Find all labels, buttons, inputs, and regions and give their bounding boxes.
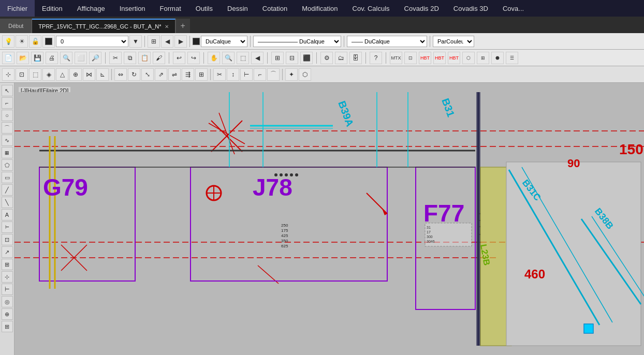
zoom-icon[interactable]: 🔍 xyxy=(222,52,235,64)
match-icon[interactable]: 🖌 xyxy=(153,52,165,64)
extend-icon[interactable]: ↕ xyxy=(227,68,239,81)
canvas-area[interactable]: [-][Haut][Filaire 2D] xyxy=(14,83,644,355)
polar-icon[interactable]: ◎ xyxy=(2,296,13,307)
snap-icon[interactable]: ⊞ xyxy=(2,259,13,270)
snap5-icon[interactable]: △ xyxy=(56,68,68,81)
osnap-icon[interactable]: ⊕ xyxy=(2,308,13,320)
rectangle-icon[interactable]: ▭ xyxy=(2,172,13,183)
color-select[interactable]: DuCalque xyxy=(201,36,247,47)
tab-add-button[interactable]: + xyxy=(175,19,190,33)
layer-select[interactable]: 0 xyxy=(56,36,128,47)
plot-icon[interactable]: ⬜ xyxy=(75,52,87,64)
dline-icon[interactable]: ╲ xyxy=(2,197,13,208)
offset-icon[interactable]: ⇶ xyxy=(182,68,194,81)
print-icon[interactable]: 🖨 xyxy=(46,52,58,64)
color-indicator[interactable] xyxy=(193,38,200,45)
cov-btn4[interactable]: HBT xyxy=(433,52,446,64)
prop-icon[interactable]: ⚙ xyxy=(320,52,333,64)
cut-icon[interactable]: ✂ xyxy=(109,52,122,64)
snap7-icon[interactable]: ⋈ xyxy=(83,68,95,81)
table2-icon[interactable]: ⊟ xyxy=(286,52,298,64)
lineweight-select[interactable]: —— DuCalque xyxy=(347,36,427,47)
save-icon[interactable]: 💾 xyxy=(31,52,43,64)
pan-icon[interactable]: ✋ xyxy=(208,52,220,64)
drawing-canvas[interactable]: G79 J78 F77 B39A B31 B31C B38B L23B 150 … xyxy=(14,83,644,355)
light-bulb-icon[interactable]: 💡 xyxy=(2,35,14,48)
cov-btn3[interactable]: HBT xyxy=(419,52,431,64)
ortho-icon[interactable]: ⊢ xyxy=(2,284,13,295)
design-center-icon[interactable]: 🗂 xyxy=(335,52,347,64)
lock-icon[interactable]: 🔓 xyxy=(29,35,41,48)
fillet-icon[interactable]: ⌒ xyxy=(267,68,280,81)
arc-icon[interactable]: ⌒ xyxy=(2,122,13,134)
otrack-icon[interactable]: ⊞ xyxy=(2,321,13,332)
menu-insertion[interactable]: Insertion xyxy=(112,0,153,17)
toolpalette-icon[interactable]: 🗄 xyxy=(349,52,362,64)
menu-cova-more[interactable]: Cova... xyxy=(495,0,531,17)
color-icon[interactable] xyxy=(42,35,55,48)
sun-icon[interactable]: ☀ xyxy=(16,35,28,48)
menu-cov-calculs[interactable]: Cov. Calculs xyxy=(345,0,397,17)
spline-icon[interactable]: ∿ xyxy=(2,135,13,146)
xref-icon[interactable]: ↗ xyxy=(2,246,13,258)
layer-next-icon[interactable]: ▶ xyxy=(174,35,187,48)
open-icon[interactable]: 📂 xyxy=(17,52,29,64)
move-icon[interactable]: ⇔ xyxy=(114,68,127,81)
menu-edition[interactable]: Edition xyxy=(35,0,70,17)
menu-fichier[interactable]: Fichier xyxy=(0,0,35,17)
scale-icon[interactable]: ⤡ xyxy=(141,68,154,81)
array-icon[interactable]: ⊞ xyxy=(195,68,208,81)
snap4-icon[interactable]: ◈ xyxy=(42,68,55,81)
menu-covadis2d[interactable]: Covadis 2D xyxy=(397,0,446,17)
menu-dessin[interactable]: Dessin xyxy=(220,0,255,17)
rotate-icon[interactable]: ↻ xyxy=(128,68,140,81)
line-icon[interactable]: ╱ xyxy=(2,184,13,196)
menu-cotation[interactable]: Cotation xyxy=(255,0,295,17)
select-icon[interactable]: ↖ xyxy=(2,85,13,96)
redo-icon[interactable]: ↪ xyxy=(187,52,200,64)
circle-icon[interactable]: ○ xyxy=(2,110,13,121)
tab-active-file[interactable]: TPRF_15VIC_TTT_IGC...2968_GC - BUT_A_N* … xyxy=(32,19,175,33)
layer-prev-icon[interactable]: ◀ xyxy=(161,35,173,48)
polygon-icon[interactable]: ⬠ xyxy=(2,159,13,171)
menu-affichage[interactable]: Affichage xyxy=(70,0,112,17)
tab-debut[interactable]: Début xyxy=(0,19,32,33)
undo-icon[interactable]: ↩ xyxy=(173,52,185,64)
chamfer-icon[interactable]: ⌐ xyxy=(254,68,266,81)
break-icon[interactable]: ⊢ xyxy=(240,68,253,81)
menu-format[interactable]: Format xyxy=(153,0,188,17)
snap3-icon[interactable]: ⬚ xyxy=(29,68,41,81)
cov-btn8[interactable]: ⬣ xyxy=(491,52,504,64)
cov-btn7[interactable]: ⊞ xyxy=(477,52,489,64)
grid-icon[interactable]: ⊹ xyxy=(2,271,13,283)
menu-covadis3d[interactable]: Covadis 3D xyxy=(446,0,495,17)
polyline-icon[interactable]: ⌐ xyxy=(2,97,13,109)
group-icon[interactable]: ⬡ xyxy=(299,68,311,81)
stretch-icon[interactable]: ⇗ xyxy=(155,68,167,81)
insert-icon[interactable]: ⊡ xyxy=(2,234,13,245)
block-icon[interactable]: ⬛ xyxy=(300,52,313,64)
snap6-icon[interactable]: ⊕ xyxy=(69,68,82,81)
hatch-icon[interactable]: ▦ xyxy=(2,147,13,158)
cov-btn1[interactable]: MTX xyxy=(390,52,402,64)
menu-modification[interactable]: Modification xyxy=(295,0,345,17)
cov-btn9[interactable]: ☰ xyxy=(506,52,518,64)
preview-icon[interactable]: 🔍 xyxy=(60,52,72,64)
zoom-window-icon[interactable]: ⬚ xyxy=(237,52,249,64)
copy-icon[interactable]: ⧉ xyxy=(124,52,136,64)
cov-btn5[interactable]: HBT xyxy=(448,52,460,64)
linetype-select[interactable]: ——————— DuCalque xyxy=(253,36,341,47)
mirror-icon[interactable]: ⇌ xyxy=(168,68,181,81)
new-icon[interactable]: 📄 xyxy=(2,52,14,64)
cov-btn2[interactable]: ⊡ xyxy=(404,52,417,64)
dim-icon[interactable]: ⊢ xyxy=(2,221,13,233)
snap1-icon[interactable]: ⊹ xyxy=(2,68,14,81)
find-icon[interactable]: 🔎 xyxy=(89,52,101,64)
explode-icon[interactable]: ✦ xyxy=(285,68,298,81)
menu-outils[interactable]: Outils xyxy=(188,0,220,17)
plotstyle-select[interactable]: ParCouleur xyxy=(433,36,474,47)
help-icon[interactable]: ? xyxy=(370,52,382,64)
cov-btn6[interactable]: ⬡ xyxy=(462,52,475,64)
text-icon[interactable]: A xyxy=(2,209,13,220)
layer-prop-icon[interactable]: ⊞ xyxy=(148,35,160,48)
